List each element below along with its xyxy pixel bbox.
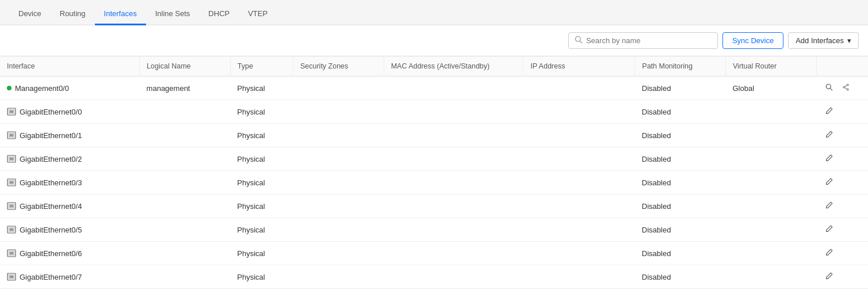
edit-button[interactable]: [823, 247, 835, 259]
col-header-vrouter: Virtual Router: [726, 56, 817, 77]
tab-bar: DeviceRoutingInterfacesInline SetsDHCPVT…: [0, 0, 868, 25]
cell-path-monitoring: Disabled: [635, 77, 726, 100]
cell-mac-address: [384, 171, 523, 195]
edit-button[interactable]: [823, 271, 835, 283]
interface-cell: Management0/0: [7, 84, 133, 93]
cell-mac-address: [384, 265, 523, 289]
share-action-button[interactable]: [840, 82, 852, 94]
cell-security-zones: [293, 100, 384, 124]
cell-actions: [816, 77, 868, 100]
cell-logical-name: [140, 242, 231, 265]
svg-rect-23: [10, 205, 13, 207]
cell-interface: GigabitEthernet0/3: [0, 171, 140, 195]
interface-icon: [7, 202, 16, 210]
tab-interfaces[interactable]: Interfaces: [95, 3, 146, 25]
interface-icon: [7, 155, 16, 163]
svg-rect-26: [10, 228, 13, 231]
action-cell: [823, 82, 861, 94]
tab-vtep[interactable]: VTEP: [239, 3, 277, 25]
cell-security-zones: [293, 195, 384, 218]
cell-path-monitoring: Disabled: [635, 147, 726, 171]
action-cell: [823, 200, 861, 212]
cell-security-zones: [293, 265, 384, 289]
cell-type: Physical: [230, 195, 293, 218]
cell-interface: GigabitEthernet0/1: [0, 124, 140, 147]
cell-security-zones: [293, 242, 384, 265]
interface-name: GigabitEthernet0/5: [20, 226, 82, 234]
cell-mac-address: [384, 195, 523, 218]
col-header-actions: [816, 56, 868, 77]
cell-type: Physical: [230, 265, 293, 289]
interface-icon: [7, 178, 16, 186]
edit-button[interactable]: [823, 224, 835, 235]
cell-virtual-router: [726, 124, 817, 147]
chevron-down-icon: ▾: [847, 36, 851, 45]
svg-line-3: [831, 89, 832, 90]
interfaces-table: Interface Logical Name Type Security Zon…: [0, 56, 868, 289]
cell-actions: [816, 218, 868, 242]
col-header-interface: Interface: [0, 56, 140, 77]
table-row: GigabitEthernet0/5PhysicalDisabled: [0, 218, 868, 242]
sync-device-button[interactable]: Sync Device: [722, 32, 783, 49]
svg-rect-14: [10, 134, 13, 136]
cell-mac-address: [384, 100, 523, 124]
cell-logical-name: [140, 218, 231, 242]
table-row: Management0/0managementPhysicalDisabledG…: [0, 77, 868, 100]
action-cell: [823, 247, 861, 259]
search-input[interactable]: [586, 36, 712, 45]
cell-virtual-router: [726, 218, 817, 242]
cell-security-zones: [293, 124, 384, 147]
cell-logical-name: [140, 265, 231, 289]
cell-virtual-router: [726, 147, 817, 171]
cell-security-zones: [293, 171, 384, 195]
cell-type: Physical: [230, 218, 293, 242]
table-row: GigabitEthernet0/2PhysicalDisabled: [0, 147, 868, 171]
add-interfaces-button[interactable]: Add Interfaces ▾: [788, 32, 859, 49]
tab-device[interactable]: Device: [9, 3, 51, 25]
search-action-button[interactable]: [823, 82, 835, 94]
edit-button[interactable]: [823, 153, 835, 165]
col-header-type: Type: [230, 56, 293, 77]
interface-cell: GigabitEthernet0/6: [7, 249, 133, 258]
cell-mac-address: [384, 124, 523, 147]
edit-button[interactable]: [823, 129, 835, 141]
interface-name: GigabitEthernet0/4: [20, 202, 82, 211]
interface-name: GigabitEthernet0/6: [20, 249, 82, 258]
cell-mac-address: [384, 218, 523, 242]
table-row: GigabitEthernet0/0PhysicalDisabled: [0, 100, 868, 124]
cell-logical-name: [140, 195, 231, 218]
table-body: Management0/0managementPhysicalDisabledG…: [0, 77, 868, 289]
cell-ip-address: [523, 195, 635, 218]
cell-path-monitoring: Disabled: [635, 171, 726, 195]
tab-routing[interactable]: Routing: [51, 3, 95, 25]
cell-actions: [816, 124, 868, 147]
cell-path-monitoring: Disabled: [635, 218, 726, 242]
cell-logical-name: [140, 124, 231, 147]
edit-button[interactable]: [823, 106, 835, 117]
cell-logical-name: [140, 171, 231, 195]
interface-cell: GigabitEthernet0/4: [7, 202, 133, 211]
cell-actions: [816, 171, 868, 195]
col-header-path: Path Monitoring: [635, 56, 726, 77]
table-row: GigabitEthernet0/1PhysicalDisabled: [0, 124, 868, 147]
action-cell: [823, 129, 861, 141]
tab-dhcp[interactable]: DHCP: [199, 3, 239, 25]
svg-line-8: [845, 87, 847, 89]
tab-inline-sets[interactable]: Inline Sets: [146, 3, 200, 25]
cell-interface: Management0/0: [0, 77, 140, 100]
edit-button[interactable]: [823, 177, 835, 188]
toolbar: Sync Device Add Interfaces ▾: [0, 25, 868, 56]
cell-type: Physical: [230, 242, 293, 265]
cell-interface: GigabitEthernet0/4: [0, 195, 140, 218]
cell-type: Physical: [230, 100, 293, 124]
cell-actions: [816, 100, 868, 124]
interfaces-table-container: Interface Logical Name Type Security Zon…: [0, 56, 868, 289]
edit-button[interactable]: [823, 200, 835, 212]
cell-ip-address: [523, 100, 635, 124]
action-cell: [823, 177, 861, 188]
action-cell: [823, 271, 861, 283]
interface-cell: GigabitEthernet0/0: [7, 108, 133, 116]
col-header-mac: MAC Address (Active/Standby): [384, 56, 523, 77]
cell-type: Physical: [230, 147, 293, 171]
search-icon: [575, 36, 583, 45]
